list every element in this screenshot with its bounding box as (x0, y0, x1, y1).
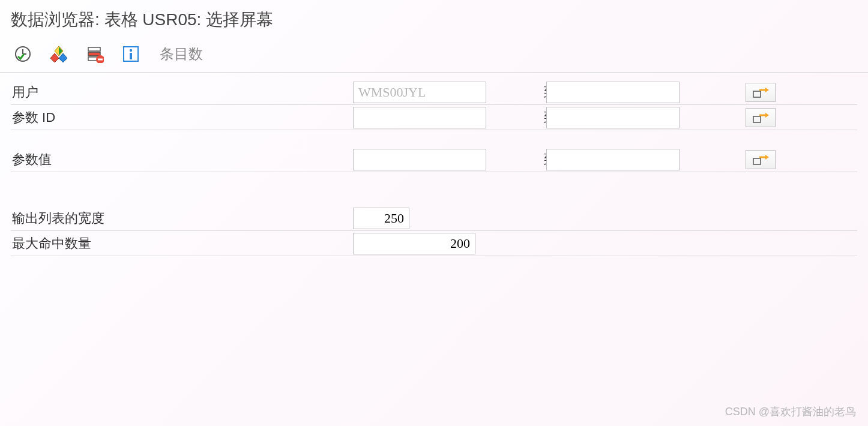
svg-rect-17 (753, 116, 761, 122)
param-val-input-from[interactable] (353, 149, 486, 170)
svg-marker-16 (765, 88, 769, 92)
delete-icon[interactable] (85, 44, 104, 64)
param-val-input-to[interactable] (546, 149, 680, 170)
param-val-label: 参数值 (11, 151, 353, 169)
row-param-id: 参数 ID 到 (11, 105, 857, 130)
variant-icon[interactable] (49, 44, 68, 64)
param-id-input-from[interactable] (353, 107, 486, 128)
svg-marker-20 (765, 155, 769, 160)
info-icon[interactable] (121, 44, 140, 64)
entries-count-label[interactable]: 条目数 (160, 44, 203, 64)
user-multiselect-button[interactable] (746, 83, 776, 102)
watermark: CSDN @喜欢打酱油的老鸟 (725, 404, 856, 419)
param-id-to-label: 到 (486, 109, 546, 127)
param-val-multiselect-button[interactable] (746, 150, 776, 169)
svg-marker-18 (765, 113, 769, 118)
param-id-input-to[interactable] (546, 107, 680, 128)
svg-point-13 (130, 49, 132, 52)
svg-rect-14 (130, 53, 132, 59)
max-hits-input[interactable] (353, 233, 475, 254)
max-hits-label: 最大命中数量 (11, 235, 353, 253)
user-to-label: 到 (486, 83, 546, 101)
svg-rect-8 (88, 52, 100, 56)
param-id-multiselect-button[interactable] (746, 108, 776, 127)
param-id-label: 参数 ID (11, 109, 353, 127)
user-label: 用户 (11, 83, 353, 101)
list-width-label: 输出列表的宽度 (11, 209, 353, 227)
row-max-hits: 最大命中数量 (11, 231, 857, 256)
row-list-width: 输出列表的宽度 (11, 206, 857, 231)
user-input-to[interactable] (546, 82, 680, 103)
user-input-from[interactable] (353, 82, 486, 103)
svg-rect-7 (88, 47, 100, 51)
svg-rect-11 (98, 59, 103, 61)
selection-form: 用户 到 参数 ID 到 参数值 到 (0, 73, 868, 256)
svg-rect-15 (753, 91, 761, 97)
toolbar: 条目数 (0, 38, 868, 73)
row-param-val: 参数值 到 (11, 147, 857, 172)
list-width-input[interactable] (353, 208, 409, 229)
page-title: 数据浏览器: 表格 USR05: 选择屏幕 (0, 0, 868, 38)
param-val-to-label: 到 (486, 151, 546, 169)
svg-rect-19 (753, 158, 761, 164)
row-user: 用户 到 (11, 80, 857, 105)
execute-icon[interactable] (13, 44, 32, 64)
